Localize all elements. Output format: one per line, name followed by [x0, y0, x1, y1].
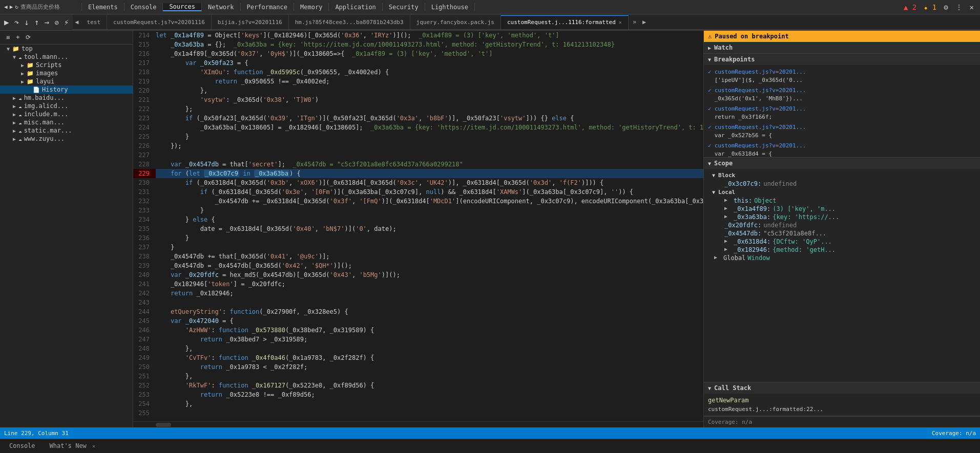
- pause-on-exceptions-btn[interactable]: ⚡: [62, 16, 71, 28]
- error-count-badge[interactable]: ▲ 2: [902, 2, 919, 12]
- scope-item-this[interactable]: ▶ this: Object: [704, 197, 980, 205]
- tree-item-layui[interactable]: ▶ 📁 layui: [0, 77, 133, 85]
- file-tree-sidebar: ≡ + ⟳ ▼ 📁 top ▼ ☁ tool.mann... ▶ 📁: [0, 31, 133, 427]
- bp-checkbox-icon[interactable]: ✓: [708, 69, 712, 75]
- tab-memory[interactable]: Memory: [294, 3, 329, 11]
- tab-elements[interactable]: Elements: [82, 3, 124, 11]
- breakpoints-header[interactable]: ▼ Breakpoints: [704, 54, 980, 65]
- file-tab-custom-formatted[interactable]: customRequest.j...1116:formatted ✕: [501, 15, 629, 29]
- tab-application[interactable]: Application: [329, 3, 382, 11]
- sidebar-add-icon[interactable]: +: [14, 33, 22, 42]
- scope-item-182946[interactable]: ▶ _0x182946: {method: 'getH...: [704, 246, 980, 254]
- sidebar-sync-icon[interactable]: ⟳: [24, 33, 33, 42]
- page-title-text: 查商品历史价格: [20, 3, 60, 11]
- expand-icon: ▶: [724, 238, 732, 244]
- tree-item-top[interactable]: ▼ 📁 top: [0, 45, 133, 53]
- step-into-btn[interactable]: ↓: [22, 16, 31, 28]
- arrow-icon: ▶: [708, 45, 711, 51]
- breakpoint-item-4[interactable]: ✓ customRequest.js?v=20201...var _0x527b…: [704, 122, 980, 141]
- scope-item-global[interactable]: ▶ Global Window: [704, 254, 980, 262]
- code-text: 'AzHWW': function _0x573880(_0x38bed7, _…: [156, 326, 374, 335]
- tab-console[interactable]: Console: [124, 3, 163, 11]
- file-tab-more[interactable]: »: [629, 15, 640, 29]
- breakpoint-item-3[interactable]: ✓ customRequest.js?v=20201...return _0x3…: [704, 104, 980, 122]
- resume-btn[interactable]: ▶: [2, 16, 11, 28]
- tree-label: History: [42, 86, 68, 93]
- arrow-icon: ▼: [10, 54, 18, 60]
- file-tab-custom1[interactable]: customRequest.js?v=20201116: [107, 15, 212, 29]
- expand-icon: ▶: [724, 205, 732, 211]
- bp-checkbox-icon[interactable]: ✓: [708, 142, 712, 149]
- code-text: 'vsytw': _0x365d('0x38', 'T]W0'): [156, 95, 319, 104]
- reload-icon[interactable]: ↻: [15, 4, 18, 10]
- step-btn[interactable]: →: [43, 16, 52, 28]
- tree-item-tool[interactable]: ▼ ☁ tool.mann...: [0, 53, 133, 61]
- tree-item-img[interactable]: ▶ ☁ img.alicd...: [0, 102, 133, 110]
- local-scope-header[interactable]: ▼ Local: [704, 188, 980, 197]
- bp-checkbox-icon[interactable]: ✓: [708, 105, 712, 112]
- tree-item-misc[interactable]: ▶ ☁ misc.man...: [0, 118, 133, 126]
- bp-checkbox-icon[interactable]: ✓: [708, 124, 712, 131]
- close-whats-new-icon[interactable]: ✕: [92, 443, 95, 449]
- bp-text: customRequest.js?v=20201...var _0x527b56…: [715, 123, 806, 140]
- settings-icon[interactable]: ⚙: [942, 2, 950, 12]
- code-text: etQueryString': function(_0x27900f, _0x3…: [156, 307, 348, 316]
- tree-item-include[interactable]: ▶ ☁ include.m...: [0, 110, 133, 118]
- back-icon[interactable]: ◀: [4, 4, 8, 10]
- bottom-tab-console[interactable]: Console: [4, 440, 40, 452]
- scope-item-20fdfc[interactable]: _0x20fdfc: undefined: [704, 221, 980, 229]
- tree-item-hm[interactable]: ▶ ☁ hm.baidu...: [0, 94, 133, 102]
- scope-item-6318d4[interactable]: ▶ _0x6318d4: {DCftw: 'QyP'...: [704, 238, 980, 246]
- file-tab-test[interactable]: test: [81, 15, 108, 29]
- tree-item-www[interactable]: ▶ ☁ www.zuyu...: [0, 135, 133, 143]
- watch-header[interactable]: ▶ Watch: [704, 42, 980, 53]
- breakpoint-item-5[interactable]: ✓ customRequest.js?v=20201...var _0x6318…: [704, 141, 980, 157]
- file-tab-hm[interactable]: hm.js?85f48cee3...ba80781b243db3: [289, 15, 410, 29]
- code-text: });: [156, 141, 182, 150]
- call-stack-header[interactable]: ▼ Call Stack: [704, 382, 980, 394]
- file-tab-forward[interactable]: ▶: [640, 15, 648, 29]
- code-line-243: 243: [133, 298, 703, 307]
- scope-header[interactable]: ▼ Scope: [704, 158, 980, 169]
- call-stack-label: Call Stack: [714, 384, 751, 392]
- tab-performance[interactable]: Performance: [241, 3, 294, 11]
- horizontal-scrollbar[interactable]: [133, 421, 703, 427]
- tab-security[interactable]: Security: [383, 3, 425, 11]
- block-scope-header[interactable]: ▼ Block: [704, 171, 980, 180]
- tree-item-history[interactable]: 📄 History: [0, 85, 133, 94]
- file-tab-bijia[interactable]: bijia.js?v=20201116: [212, 15, 289, 29]
- step-out-btn[interactable]: ↑: [32, 16, 41, 28]
- close-tab-icon[interactable]: ✕: [619, 19, 622, 25]
- scope-item-4547db[interactable]: _0x4547db: "c5c3f201a8e8f...: [704, 229, 980, 238]
- tab-network[interactable]: Network: [202, 3, 241, 11]
- step-over-btn[interactable]: ↷: [12, 16, 22, 28]
- scope-item-3a63ba[interactable]: ▶ _0x3a63ba: {key: 'https://...: [704, 213, 980, 221]
- bp-checkbox-icon[interactable]: ✓: [708, 87, 712, 94]
- code-line-227: 227: [133, 150, 703, 160]
- file-tab-fancybox[interactable]: jquery.fancybox.pack.js: [410, 15, 501, 29]
- deactivate-breakpoints-btn[interactable]: ⊘: [52, 17, 60, 28]
- bottom-tab-whatsnew[interactable]: What's New ✕: [45, 440, 101, 452]
- tab-sources[interactable]: Sources: [163, 3, 202, 11]
- close-devtools-icon[interactable]: ✕: [968, 2, 976, 12]
- warning-count-badge[interactable]: ⬥ 1: [922, 2, 939, 12]
- call-stack-item-2[interactable]: customRequest.j...:formatted:22...: [704, 405, 980, 414]
- code-view[interactable]: 214 let _0x1a4f89 = Object['keys'](_0x18…: [133, 31, 703, 421]
- forward-icon[interactable]: ▶: [10, 4, 13, 10]
- code-text: return _0x182946;: [156, 289, 234, 298]
- tab-lighthouse[interactable]: Lighthouse: [425, 3, 475, 11]
- tree-item-static[interactable]: ▶ ☁ static.mar...: [0, 126, 133, 135]
- breakpoint-item-2[interactable]: ✓ customRequest.js?v=20201..._0x365d('0x…: [704, 85, 980, 104]
- breakpoint-item-1[interactable]: ✓ customRequest.js?v=20201...['ipeUV']($…: [704, 67, 980, 85]
- tree-item-images[interactable]: ▶ 📁 images: [0, 69, 133, 77]
- sidebar-expand-icon[interactable]: ≡: [4, 33, 12, 42]
- file-tab-back[interactable]: ◀: [73, 15, 80, 29]
- tree-item-scripts[interactable]: ▶ 📁 Scripts: [0, 61, 133, 69]
- scope-list: ▼ Block _0x3c07c9: undefined ▼ Local ▶ t…: [704, 169, 980, 264]
- scope-item-1a4f89[interactable]: ▶ _0x1a4f89: (3) ['key', 'm...: [704, 205, 980, 213]
- more-icon[interactable]: ⋮: [953, 2, 965, 12]
- line-num: 214: [133, 31, 156, 40]
- scope-item-3c07c9[interactable]: _0x3c07c9: undefined: [704, 180, 980, 188]
- code-line-222: 222 };: [133, 104, 703, 114]
- call-stack-item-1[interactable]: getNewParam: [704, 396, 980, 405]
